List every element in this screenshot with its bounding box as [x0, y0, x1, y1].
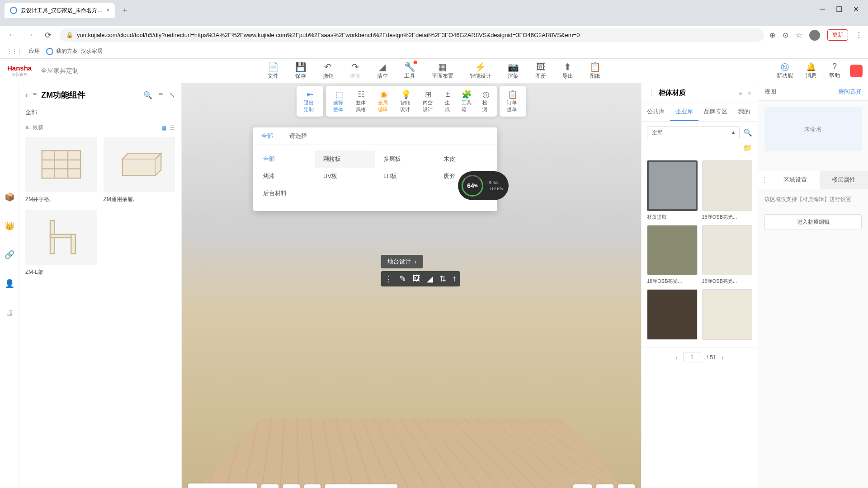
- tool-file[interactable]: 📄文件: [259, 60, 287, 82]
- material-item[interactable]: 18厘OSB亮光...: [702, 160, 753, 221]
- fr-tab-region[interactable]: 区域设置: [771, 171, 820, 189]
- grid-view-icon[interactable]: ▦: [161, 125, 166, 131]
- rail-box-icon[interactable]: 📦: [4, 192, 15, 202]
- sub-toolbox[interactable]: 🧩工具箱: [456, 88, 477, 115]
- fr-tab-floor[interactable]: 楼层属性: [820, 171, 868, 189]
- ctx-pen-icon[interactable]: ✎: [399, 274, 406, 284]
- fr-room-select[interactable]: 房间选择: [838, 88, 862, 96]
- rp-tab-pub[interactable]: 公共库: [642, 103, 670, 121]
- settings-icon[interactable]: ≡: [739, 89, 742, 97]
- profile-icon[interactable]: [809, 30, 820, 41]
- rp-tab-ent[interactable]: 企业库: [670, 103, 698, 121]
- drag-handle-icon[interactable]: ⋮: [648, 89, 655, 97]
- material-item[interactable]: 18厘OSB亮光...: [702, 225, 753, 285]
- material-item[interactable]: 18厘OSB亮光...: [647, 225, 698, 285]
- tool-save[interactable]: 💾保存: [287, 60, 315, 82]
- tool-undo[interactable]: ↶撤销: [315, 60, 342, 82]
- sub-global[interactable]: ◉全局编辑: [373, 88, 395, 115]
- update-button[interactable]: 更新: [827, 29, 848, 41]
- tool-drawing[interactable]: 📋图纸: [581, 60, 609, 82]
- performance-monitor[interactable]: 64% ↑ 5 K/s ↓ 112 K/s: [458, 171, 509, 200]
- ctx-image-icon[interactable]: 🖼: [412, 274, 420, 284]
- sub-select[interactable]: ⬚选择整体: [328, 88, 350, 115]
- drag-icon[interactable]: ⋮: [758, 171, 771, 189]
- menu-icon[interactable]: ⋮: [855, 31, 863, 39]
- url-input[interactable]: 🔒 yun.kujiale.com/cloud/tool/h5/diy?redi…: [60, 28, 764, 42]
- ctx-erase-icon[interactable]: ◢: [427, 274, 433, 284]
- star-icon[interactable]: ☆: [796, 31, 802, 39]
- rail-user-icon[interactable]: 👤: [4, 278, 15, 289]
- dd-item[interactable]: 全部: [255, 150, 315, 168]
- sub-order[interactable]: 📋订单提单: [501, 88, 524, 115]
- component-item[interactable]: ZM-L架: [25, 210, 97, 276]
- sub-check[interactable]: ◎检测: [477, 88, 495, 115]
- tool-export[interactable]: ⬆导出: [554, 60, 581, 82]
- browser-tab[interactable]: 云设计工具_汉莎家居_未命名方… ×: [5, 3, 115, 18]
- vp-layers[interactable]: ▣: [618, 484, 635, 488]
- vp-circle[interactable]: ◐: [304, 484, 321, 488]
- menu-lines-icon[interactable]: ≡: [33, 91, 37, 99]
- zoom-icon[interactable]: ⊙: [783, 31, 788, 39]
- back-icon[interactable]: ←: [5, 30, 18, 40]
- dd-item[interactable]: UV板: [315, 168, 375, 185]
- ctx-split-icon[interactable]: ⇅: [439, 274, 446, 284]
- tool-redo[interactable]: ↷恢复: [342, 60, 369, 82]
- component-item[interactable]: ZM通用抽屉.: [104, 137, 175, 203]
- dd-tab-all[interactable]: 全部: [253, 127, 281, 145]
- rp-tab-my[interactable]: 我的: [733, 103, 755, 121]
- component-item[interactable]: ZM井字格.: [25, 137, 97, 203]
- rail-menu-icon[interactable]: ≡: [4, 486, 15, 488]
- dd-item[interactable]: 烤漆: [255, 168, 315, 185]
- minimize-icon[interactable]: ─: [820, 5, 825, 13]
- context-label[interactable]: 地台设计›: [381, 255, 423, 268]
- avatar[interactable]: [850, 65, 863, 77]
- sort-label[interactable]: ≡↓ 最新: [25, 124, 43, 131]
- tool-render[interactable]: 📷渲染: [500, 60, 527, 82]
- logo[interactable]: Hansha 汉莎家居: [0, 64, 39, 78]
- material-item[interactable]: [647, 289, 698, 343]
- tool-album[interactable]: 🖼图册: [527, 60, 554, 82]
- maximize-icon[interactable]: ☐: [836, 5, 842, 14]
- chevron-left-icon[interactable]: ‹: [25, 90, 28, 100]
- bookmark-item[interactable]: 我的方案_汉莎家居: [46, 47, 103, 55]
- dd-item[interactable]: 颗粒板: [315, 150, 375, 168]
- tool-layout[interactable]: ▦平面布置: [424, 60, 462, 82]
- hr-new[interactable]: Ⓝ新功能: [770, 60, 799, 81]
- vp-stats[interactable]: 6 65 ☰ 660 ▾: [325, 484, 397, 488]
- sub-exit[interactable]: ⇤退出定制: [298, 88, 321, 115]
- room-card[interactable]: 未命名: [764, 107, 862, 151]
- apps-label[interactable]: 应用: [29, 47, 40, 55]
- hr-msg[interactable]: 🔔消息: [799, 60, 823, 81]
- close-window-icon[interactable]: ✕: [853, 5, 859, 14]
- vp-expand[interactable]: ⛶: [596, 484, 613, 488]
- collapse-icon[interactable]: ⤡: [169, 91, 175, 99]
- view-mode-toggle[interactable]: 2D▾ 3D▾: [188, 483, 257, 488]
- rp-tab-brand[interactable]: 品牌专区: [698, 103, 733, 121]
- tool-smart[interactable]: ⚡智能设计: [462, 60, 500, 82]
- material-item[interactable]: [702, 289, 753, 343]
- sub-whole[interactable]: ☷整体风格: [350, 88, 373, 115]
- forward-icon[interactable]: →: [24, 30, 36, 40]
- vp-eye[interactable]: 👁: [261, 484, 278, 488]
- search-icon[interactable]: 🔍: [143, 91, 152, 99]
- ctx-handle-icon[interactable]: ⋮: [385, 274, 393, 284]
- sub-gen[interactable]: ±生成: [439, 88, 456, 115]
- ctx-up-icon[interactable]: ↑: [453, 274, 457, 284]
- hr-help[interactable]: ?帮助: [823, 60, 846, 81]
- page-input[interactable]: 1: [683, 352, 701, 362]
- vp-person[interactable]: 👤: [573, 484, 592, 488]
- reload-icon[interactable]: ⟳: [42, 30, 54, 40]
- sub-content[interactable]: ⊞内空设计: [417, 88, 439, 115]
- folder-icon[interactable]: 📁: [743, 144, 752, 152]
- rail-printer-icon[interactable]: 🖨: [4, 307, 15, 318]
- list-icon[interactable]: ≡: [159, 91, 163, 99]
- search-icon[interactable]: 🔍: [743, 128, 752, 137]
- translate-icon[interactable]: ⊕: [769, 31, 775, 39]
- tool-tools[interactable]: 🔧工具: [396, 60, 424, 82]
- rp-category-select[interactable]: 全部▴: [647, 126, 740, 139]
- rail-crown-icon[interactable]: 👑: [4, 221, 15, 231]
- dd-item[interactable]: 木皮: [435, 150, 495, 168]
- tool-clear[interactable]: ◢清空: [369, 60, 396, 82]
- close-icon[interactable]: ×: [106, 7, 109, 14]
- new-tab-button[interactable]: +: [118, 4, 131, 17]
